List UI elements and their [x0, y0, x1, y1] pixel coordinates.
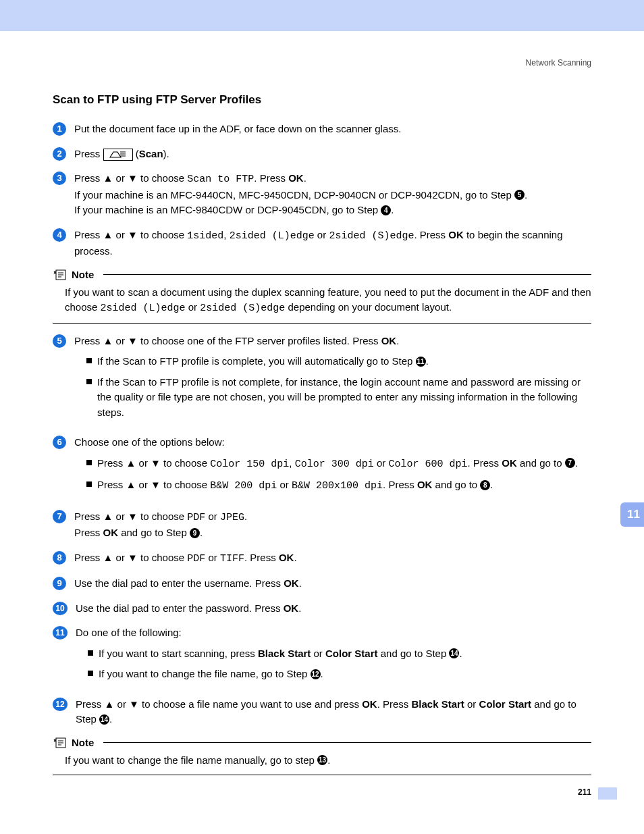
note-icon	[53, 737, 68, 749]
t: ,	[223, 229, 229, 240]
page-title: Scan to FTP using FTP Server Profiles	[53, 93, 591, 107]
t: Do one of the following:	[76, 627, 182, 638]
t: .	[459, 648, 462, 659]
code: B&W 200 dpi	[210, 480, 277, 492]
t: . Press	[377, 698, 412, 710]
bullet-icon	[86, 481, 92, 487]
t: to choose	[138, 172, 187, 184]
ok: OK	[362, 698, 377, 710]
bullet-icon	[88, 650, 93, 656]
t: .	[490, 479, 493, 490]
down-arrow-icon: ▼	[151, 479, 161, 490]
t: to choose	[161, 479, 210, 490]
page-content: Network Scanning Scan to FTP using FTP S…	[0, 31, 644, 812]
t: If your machine is an MFC-9440CN, MFC-94…	[74, 189, 514, 201]
t: If you want to start scanning, press	[99, 648, 258, 659]
t: to choose	[138, 229, 187, 240]
t: If the Scan to FTP profile is complete, …	[97, 355, 416, 367]
t: or	[311, 648, 325, 659]
step-4-badge: 4	[53, 228, 66, 242]
up-arrow-icon: ▲	[126, 479, 136, 490]
ref-14-badge: 14	[449, 648, 459, 658]
ref-5-badge: 5	[514, 190, 525, 200]
note-2-title: Note	[72, 737, 94, 748]
t: and go to Step	[378, 648, 450, 659]
down-arrow-icon: ▼	[128, 172, 138, 184]
bullet-icon	[86, 358, 92, 363]
step-7: 7 Press ▲ or ▼ to choose PDF or JPEG. Pr…	[53, 509, 591, 541]
t: depending on your document layout.	[285, 301, 452, 313]
ref-4-badge: 4	[381, 205, 391, 215]
step-2-post: ).	[163, 148, 169, 159]
ref-9-badge: 9	[190, 528, 200, 538]
step-2-badge: 2	[53, 147, 66, 161]
up-arrow-icon: ▲	[103, 172, 113, 184]
step-1-badge: 1	[53, 122, 66, 136]
t: to choose	[161, 457, 210, 469]
t: Press	[74, 527, 103, 538]
t: . Press	[244, 552, 279, 563]
up-arrow-icon: ▲	[105, 698, 115, 710]
down-arrow-icon: ▼	[128, 511, 138, 522]
note-2-rule	[103, 742, 591, 743]
ok: OK	[448, 229, 464, 240]
up-arrow-icon: ▲	[126, 457, 136, 469]
down-arrow-icon: ▼	[128, 552, 138, 563]
ok: OK	[381, 335, 397, 346]
step-8: 8 Press ▲ or ▼ to choose PDF or TIFF. Pr…	[53, 550, 591, 567]
t: to choose	[138, 511, 187, 522]
step-11-bullet-2: If you want to change the file name, go …	[88, 667, 591, 682]
color-start: Color Start	[479, 698, 532, 710]
step-9: 9 Use the dial pad to enter the username…	[53, 576, 591, 592]
t: Press	[74, 172, 103, 184]
t: Use the dial pad to enter the password. …	[76, 602, 284, 614]
up-arrow-icon: ▲	[103, 511, 113, 522]
step-5: 5 Press ▲ or ▼ to choose one of the FTP …	[53, 334, 591, 426]
t: If the Scan to FTP profile is not comple…	[97, 375, 591, 421]
scan-label: Scan	[139, 148, 163, 159]
t: . Press	[254, 172, 288, 184]
ref-7-badge: 7	[565, 458, 575, 468]
t: .	[244, 511, 247, 522]
code: Color 150 dpi	[210, 459, 289, 470]
t: Press	[97, 457, 126, 469]
step-2-pre: Press	[74, 148, 103, 159]
t: Press	[76, 698, 105, 710]
step-3: 3 Press ▲ or ▼ to choose Scan to FTP. Pr…	[53, 171, 591, 218]
step-1-text: Put the document face up in the ADF, or …	[74, 122, 591, 137]
step-5-bullet-2: If the Scan to FTP profile is not comple…	[86, 375, 591, 421]
code: TIFF	[220, 553, 244, 565]
t: and go to	[517, 457, 565, 469]
step-9-badge: 9	[53, 577, 66, 590]
t: or	[113, 229, 128, 240]
step-6-bullet-2: Press ▲ or ▼ to choose B&W 200 dpi or B&…	[86, 477, 591, 494]
t: or	[186, 301, 200, 313]
step-12: 12 Press ▲ or ▼ to choose a file name yo…	[53, 697, 591, 727]
code: 2sided (S)edge	[200, 303, 285, 314]
step-6: 6 Choose one of the options below: Press…	[53, 435, 591, 500]
code: PDF	[187, 512, 205, 523]
up-arrow-icon: ▲	[103, 552, 113, 563]
step-3-badge: 3	[53, 172, 66, 185]
code: 2sided (L)edge	[101, 303, 186, 314]
note-1-rule	[103, 274, 591, 275]
step-11: 11 Do one of the following: If you want …	[53, 625, 591, 687]
code: B&W 200x100 dpi	[292, 480, 383, 492]
code: JPEG	[220, 512, 244, 523]
step-10: 10 Use the dial pad to enter the passwor…	[53, 601, 591, 617]
t: Press	[74, 335, 103, 346]
note-2-body: If you want to change the file name manu…	[65, 753, 591, 768]
t: or	[113, 511, 128, 522]
note-icon	[53, 269, 68, 281]
t: Press	[74, 229, 103, 240]
step-6-badge: 6	[53, 436, 66, 449]
t: .	[525, 189, 527, 201]
t: and go to Step	[118, 527, 190, 538]
step-1: 1 Put the document face up in the ADF, o…	[53, 122, 591, 137]
t: .	[575, 457, 578, 469]
t: .	[321, 668, 323, 679]
t: or	[205, 511, 220, 522]
code: 1sided	[187, 230, 223, 242]
up-arrow-icon: ▲	[103, 229, 113, 240]
t: .	[109, 713, 112, 725]
